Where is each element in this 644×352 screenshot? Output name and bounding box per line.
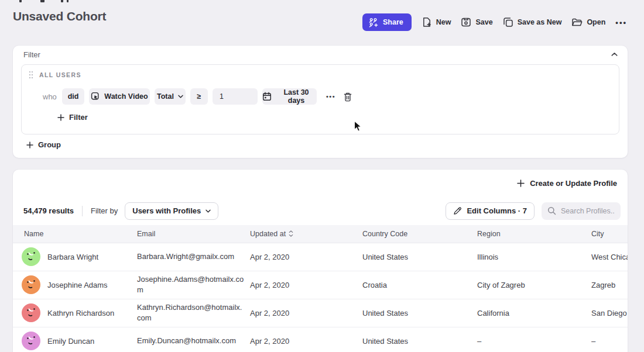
create-row: Create or Update Profile <box>13 170 628 196</box>
profile-email: Kathryn.Richardson@hotmailx.com <box>137 299 250 327</box>
profile-name: Barbara Wright <box>47 253 98 261</box>
new-button[interactable]: New <box>422 13 451 31</box>
folder-open-icon <box>571 17 583 27</box>
group-header-label: ALL USERS <box>39 71 81 78</box>
table-row[interactable]: Barbara Wright Barbara.Wright@gmailx.com… <box>13 243 628 271</box>
column-header-email[interactable]: Email <box>137 225 250 243</box>
collapse-filter-button[interactable] <box>610 51 619 58</box>
sort-icon <box>289 230 293 237</box>
edit-columns-button[interactable]: Edit Columns · 7 <box>446 202 535 220</box>
header-more-button[interactable]: ••• <box>615 18 627 27</box>
profile-city: – <box>591 327 628 352</box>
who-label: who <box>43 92 57 101</box>
new-document-icon <box>422 17 432 27</box>
create-or-update-profile-label: Create or Update Profile <box>530 179 617 188</box>
delete-condition-button[interactable] <box>342 91 353 102</box>
aggregation-selector[interactable]: Total <box>155 88 186 105</box>
open-button[interactable]: Open <box>571 13 605 31</box>
profile-region: – <box>477 327 591 352</box>
crop-mark <box>19 0 22 2</box>
event-label: Watch Video <box>104 92 148 101</box>
copy-icon <box>503 17 513 27</box>
filter-by-label: Filter by <box>91 206 118 215</box>
calendar-icon <box>262 92 272 101</box>
profile-updated-at: Apr 2, 2020 <box>250 299 362 327</box>
pencil-icon <box>453 206 462 215</box>
profile-filter-dropdown[interactable]: Users with Profiles <box>125 202 218 220</box>
crop-mark <box>40 0 44 2</box>
table-header-row: Name Email Updated at Country Code <box>13 225 628 243</box>
profiles-table: Name Email Updated at Country Code <box>13 225 628 352</box>
column-header-city[interactable]: City <box>591 225 628 243</box>
results-count: 54,479 results <box>23 206 74 215</box>
page-title: Unsaved Cohort <box>13 9 106 23</box>
save-as-new-label: Save as New <box>518 18 562 26</box>
operator-selector[interactable]: ≥ <box>190 88 208 105</box>
save-label: Save <box>475 18 492 26</box>
save-as-new-button[interactable]: Save as New <box>503 13 562 31</box>
profile-region: California <box>477 299 591 327</box>
profile-city: San Diego <box>591 299 628 327</box>
results-toolbar: 54,479 results Filter by Users with Prof… <box>13 196 628 225</box>
share-button[interactable]: Share <box>362 13 412 31</box>
table-row[interactable]: Emily Duncan Emily.Duncan@hotmailx.com A… <box>13 327 628 352</box>
profile-region: Illinois <box>477 243 591 271</box>
profile-country-code: United States <box>362 327 477 352</box>
drag-handle-icon[interactable] <box>29 71 33 79</box>
avatar <box>22 247 40 266</box>
filter-condition-row: who did Watch Video Total <box>22 88 353 105</box>
avatar <box>22 332 40 350</box>
new-label: New <box>436 18 451 26</box>
header-actions-bar: Share New Save Save as New <box>362 13 627 31</box>
profile-email: Emily.Duncan@hotmailx.com <box>137 327 250 352</box>
column-header-name[interactable]: Name <box>13 225 137 243</box>
search-box <box>542 202 621 220</box>
profiles-table-body: Barbara Wright Barbara.Wright@gmailx.com… <box>13 243 628 352</box>
event-icon <box>91 92 100 101</box>
threshold-value-input[interactable] <box>213 88 258 105</box>
filter-card: Filter ALL USERS who did <box>13 46 628 158</box>
add-filter-label: Filter <box>69 113 88 122</box>
column-header-region[interactable]: Region <box>477 225 591 243</box>
filter-group-box: ALL USERS who did Watch Video Total <box>21 64 619 134</box>
profile-name: Emily Duncan <box>47 337 94 346</box>
save-button[interactable]: Save <box>461 13 492 31</box>
profile-country-code: United States <box>362 243 477 271</box>
event-selector[interactable]: Watch Video <box>89 88 150 105</box>
profile-updated-at: Apr 2, 2020 <box>250 243 362 271</box>
chevron-down-icon <box>178 95 183 98</box>
trash-icon <box>343 92 352 102</box>
table-row[interactable]: Kathryn Richardson Kathryn.Richardson@ho… <box>13 299 628 327</box>
add-filter-button[interactable]: Filter <box>57 113 88 122</box>
open-label: Open <box>587 18 605 26</box>
profile-country-code: Croatia <box>362 271 477 299</box>
results-card: Create or Update Profile 54,479 results … <box>13 170 628 352</box>
plus-icon <box>57 114 64 121</box>
column-header-country-code[interactable]: Country Code <box>362 225 477 243</box>
date-range-label: Last 30 days <box>276 88 317 105</box>
profile-name: Josephine Adams <box>47 281 108 289</box>
table-row[interactable]: Josephine Adams Josephine.Adams@hotmailx… <box>13 271 628 299</box>
profile-city: Zagreb <box>591 271 628 299</box>
aggregation-label: Total <box>157 92 174 101</box>
search-icon <box>547 206 556 215</box>
date-range-selector[interactable]: Last 30 days <box>262 88 317 105</box>
column-header-updated-at[interactable]: Updated at <box>250 225 362 243</box>
updated-at-label: Updated at <box>250 230 286 238</box>
search-profiles-input[interactable] <box>561 207 615 215</box>
plus-icon <box>517 180 525 187</box>
add-group-label: Group <box>38 140 61 149</box>
profile-name: Kathryn Richardson <box>47 309 114 318</box>
profile-filter-value: Users with Profiles <box>132 206 201 215</box>
crop-mark <box>67 0 68 2</box>
condition-more-button[interactable]: ••• <box>326 93 335 100</box>
create-or-update-profile-button[interactable]: Create or Update Profile <box>517 179 617 188</box>
profile-email: Josephine.Adams@hotmailx.com <box>137 271 250 299</box>
plus-icon <box>26 142 33 149</box>
add-group-button[interactable]: Group <box>26 140 61 149</box>
chevron-up-icon <box>611 52 618 57</box>
chevron-down-icon <box>205 209 211 213</box>
share-users-icon <box>368 17 379 27</box>
share-label: Share <box>383 18 403 26</box>
did-selector[interactable]: did <box>62 88 84 105</box>
